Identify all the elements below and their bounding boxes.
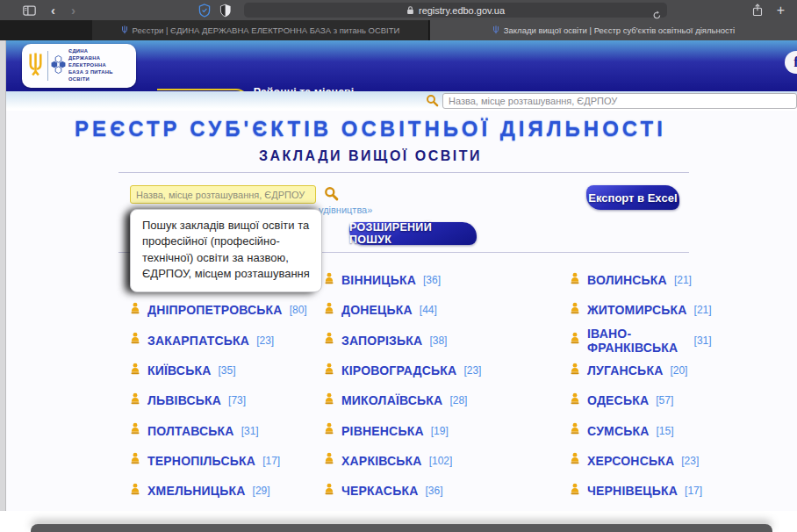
url-bar[interactable]: registry.edbo.gov.ua: [244, 3, 667, 18]
sidebar-toggle-icon[interactable]: [16, 0, 43, 20]
region-link[interactable]: МИКОЛАЇВСЬКА[28]: [324, 385, 570, 415]
graduate-icon: [130, 332, 140, 349]
export-excel-button[interactable]: Експорт в Excel: [586, 185, 679, 210]
tab-registries[interactable]: Реєстри | ЄДИНА ДЕРЖАВНА ЕЛЕКТРОННА БАЗА…: [92, 20, 429, 40]
graduate-icon: [324, 332, 334, 349]
region-count: [21]: [694, 304, 712, 316]
region-count: [19]: [431, 425, 449, 437]
graduate-icon: [130, 483, 140, 500]
favicon-edbo-icon: [492, 25, 499, 36]
back-button[interactable]: ‹: [43, 0, 63, 20]
region-link[interactable]: ЗАПОРІЗЬКА[38]: [324, 326, 570, 356]
region-link[interactable]: ОДЕСЬКА[57]: [570, 385, 712, 415]
region-name: ЖИТОМИРСЬКА: [587, 303, 687, 317]
region-name: ДНІПРОПЕТРОВСЬКА: [147, 303, 283, 317]
search-icon[interactable]: [324, 186, 339, 205]
region-name: ОДЕСЬКА: [587, 393, 649, 407]
graduate-icon: [130, 452, 140, 469]
region-link[interactable]: ЖИТОМИРСЬКА[21]: [570, 295, 712, 325]
facebook-icon[interactable]: f: [785, 51, 797, 74]
region-link[interactable]: ЛУГАНСЬКА[20]: [570, 356, 712, 385]
region-link[interactable]: ПОЛТАВСЬКА[31]: [130, 415, 324, 445]
graduate-icon: [570, 302, 580, 319]
favicon-edbo-icon: [121, 25, 128, 36]
graduate-icon: [130, 392, 140, 409]
graduate-icon: [570, 272, 580, 289]
share-icon[interactable]: [752, 0, 763, 20]
region-link[interactable]: ХМЕЛЬНИЦЬКА[29]: [130, 476, 324, 506]
graduate-icon: [324, 392, 334, 409]
logo-text: ЄДИНА ДЕРЖАВНА ЕЛЕКТРОННА БАЗА З ПИТАНЬ …: [68, 48, 113, 83]
region-count: [36]: [425, 485, 442, 497]
region-count: [102]: [429, 455, 453, 467]
region-name: ІВАНО-ФРАНКІВСЬКА: [587, 327, 687, 355]
region-name: МИКОЛАЇВСЬКА: [341, 393, 442, 407]
tab-title: Реєстри | ЄДИНА ДЕРЖАВНА ЕЛЕКТРОННА БАЗА…: [133, 25, 400, 35]
region-count: [29]: [253, 485, 270, 497]
page-title: РЕЄСТР СУБ'ЄКТІВ ОСВІТНЬОЇ ДІЯЛЬНОСТІ: [6, 117, 735, 141]
region-count: [20]: [670, 364, 687, 377]
region-link[interactable]: ЧЕРНІВЕЦЬКА[17]: [570, 476, 712, 506]
graduate-icon: [570, 452, 580, 469]
search-icon[interactable]: [426, 94, 439, 111]
region-link[interactable]: ВІННИЦЬКА[36]: [324, 265, 570, 295]
site-header: ЄДИНА ДЕРЖАВНА ЕЛЕКТРОННА БАЗА З ПИТАНЬ …: [6, 40, 797, 91]
region-link[interactable]: ЛЬВІВСЬКА[73]: [130, 385, 324, 415]
region-count: [15]: [657, 425, 674, 437]
region-name: КІРОВОГРАДСЬКА: [341, 363, 456, 377]
region-name: ВОЛИНСЬКА: [587, 273, 667, 287]
region-link[interactable]: ДНІПРОПЕТРОВСЬКА[80]: [130, 295, 324, 325]
bottom-bar: [31, 524, 772, 532]
region-link[interactable]: ДОНЕЦЬКА[44]: [324, 295, 570, 325]
region-link[interactable]: ТЕРНОПІЛЬСЬКА[17]: [130, 446, 324, 476]
region-link[interactable]: СУМСЬКА[15]: [570, 415, 712, 445]
graduate-icon: [324, 483, 334, 500]
shield-check-icon[interactable]: [198, 0, 211, 20]
region-count: [35]: [218, 364, 235, 377]
graduate-icon: [324, 363, 334, 379]
region-count: [17]: [262, 455, 280, 467]
region-count: [31]: [241, 425, 259, 437]
new-tab-icon[interactable]: +: [777, 3, 785, 18]
tab-current[interactable]: Заклади вищої освіти | Реєстр суб'єктів …: [430, 20, 797, 40]
region-name: ПОЛТАВСЬКА: [147, 424, 234, 438]
region-link[interactable]: ХЕРСОНСЬКА[23]: [570, 446, 712, 476]
global-search-input[interactable]: [442, 93, 797, 109]
graduate-icon: [130, 363, 140, 379]
region-name: ЧЕРКАСЬКА: [341, 484, 418, 498]
region-count: [17]: [685, 485, 702, 497]
region-link[interactable]: ХАРКІВСЬКА[102]: [324, 446, 570, 476]
search-tooltip: Пошук закладів вищої освіти та професійн…: [130, 209, 322, 292]
region-link[interactable]: РІВНЕНСЬКА[19]: [324, 415, 570, 445]
region-link[interactable]: ВОЛИНСЬКА[21]: [570, 265, 712, 295]
region-name: ХЕРСОНСЬКА: [587, 454, 674, 468]
page-subtitle: ЗАКЛАДИ ВИЩОЇ ОСВІТИ: [6, 148, 735, 164]
logo-divider: [47, 51, 48, 81]
region-name: ЗАПОРІЗЬКА: [341, 334, 422, 348]
institution-search-input[interactable]: [130, 185, 316, 204]
regions-grid: ВІННИЦЬКА[36]ВОЛИНСЬКА[21]ДНІПРОПЕТРОВСЬ…: [130, 265, 705, 532]
tab-bar: Реєстри | ЄДИНА ДЕРЖАВНА ЕЛЕКТРОННА БАЗА…: [0, 20, 797, 40]
region-name: ДОНЕЦЬКА: [341, 303, 413, 317]
region-link[interactable]: КІРОВОГРАДСЬКА[23]: [324, 356, 570, 385]
region-count: [21]: [674, 274, 692, 286]
hexagons-icon: [51, 54, 66, 79]
region-link[interactable]: КИЇВСЬКА[35]: [130, 356, 324, 385]
global-search-band: [6, 91, 797, 111]
browser-toolbar: ‹ › registry.edbo.gov.ua +: [0, 0, 797, 20]
graduate-icon: [324, 422, 334, 439]
region-link[interactable]: ІВАНО-ФРАНКІВСЬКА[31]: [570, 326, 712, 356]
region-count: [44]: [420, 304, 437, 316]
graduate-icon: [570, 392, 580, 409]
region-link[interactable]: ЗАКАРПАТСЬКА[23]: [130, 326, 324, 356]
edbo-logo[interactable]: ЄДИНА ДЕРЖАВНА ЕЛЕКТРОННА БАЗА З ПИТАНЬ …: [22, 44, 136, 88]
region-count: [31]: [694, 334, 712, 347]
region-count: [28]: [449, 394, 467, 406]
forward-button[interactable]: ›: [63, 0, 83, 20]
advanced-search-button[interactable]: РОЗШИРЕНИЙ ПОШУК: [349, 222, 477, 245]
search-example-text: удівництва»: [319, 205, 372, 215]
region-link[interactable]: ЧЕРКАСЬКА[36]: [324, 476, 570, 506]
privacy-shield-icon[interactable]: [219, 0, 232, 20]
region-name: РІВНЕНСЬКА: [341, 424, 424, 438]
region-count: [80]: [290, 304, 307, 316]
